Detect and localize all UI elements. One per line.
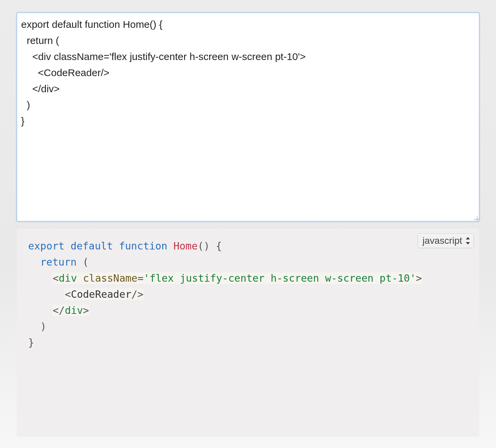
code-output-panel: javascript export default function Home(… [17,229,479,437]
brace-close: } [28,337,34,348]
keyword-function: function [119,240,168,252]
code-input[interactable] [17,13,479,221]
chevron-updown-icon [466,237,470,244]
jsx-codereader: <CodeReader/> [64,288,144,300]
keyword-return: return [40,256,76,268]
jsx-div-open: <div className='flex justify-center h-sc… [52,272,422,284]
jsx-div-close: </div> [52,304,89,316]
function-name: Home [174,240,198,252]
language-select-value: javascript [423,235,462,246]
paren-open-2: ( [83,256,89,268]
attr-classname-value: 'flex justify-center h-screen w-screen p… [143,272,416,284]
code-input-box [17,13,479,221]
attr-classname: className [83,272,138,284]
highlighted-code: export default function Home() { return … [28,238,468,351]
app-root: javascript export default function Home(… [0,0,496,437]
brace-open: { [216,240,222,252]
keyword-export: export [28,240,64,252]
paren-open: ( [198,240,204,252]
keyword-default: default [70,240,113,252]
paren-close-2: ) [40,321,46,332]
paren-close: ) [204,240,210,252]
language-select[interactable]: javascript [418,233,474,248]
